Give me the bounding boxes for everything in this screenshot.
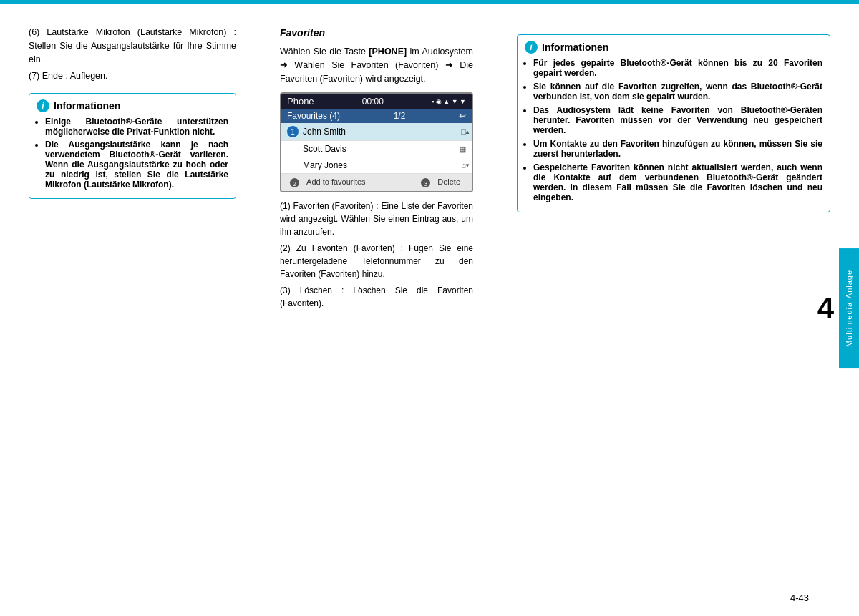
delete-area: 3 Delete	[418, 176, 466, 189]
chapter-number: 4	[817, 293, 834, 323]
item-6: (6) Lautstärke Mikrofon (Lautstärke Mikr…	[29, 26, 236, 66]
item-7: (7) Ende : Auflegen.	[29, 69, 236, 83]
phone-favourites-label: Favourites (4)	[287, 111, 340, 121]
phone-status-icons: ▪ ◉ ▲ ▼ ▼	[432, 98, 466, 105]
phone-row-header: Favourites (4) 1/2 ↩	[281, 109, 472, 123]
phone-row-mary-jones[interactable]: Mary Jones ⌂ ▼	[281, 157, 472, 174]
phone-footer: 2 Add to favourites 3 Delete	[281, 174, 472, 191]
side-tab: Multimedia-Anlage	[839, 248, 859, 368]
divider-mid-right	[495, 26, 495, 602]
left-info-box-header: i Informationen	[37, 99, 228, 112]
right-info-item-2: Sie können auf die Favoriten zugreifen, …	[533, 82, 822, 102]
scott-davis-icon: ▦	[459, 145, 466, 154]
left-info-box: i Informationen Einige Bluetooth®-Geräte…	[29, 93, 236, 199]
add-to-favourites-area: 2 Add to favourites	[287, 176, 372, 189]
phone-time: 00:00	[362, 97, 384, 107]
right-column: i Informationen Für jedes gepairte Bluet…	[503, 26, 830, 602]
right-info-item-1: Für jedes gepairte Bluetooth®-Gerät könn…	[533, 58, 822, 78]
right-info-item-4: Um Kontakte zu den Favoriten hinzufügen …	[533, 139, 822, 159]
left-info-box-title: Informationen	[54, 100, 120, 112]
delete-label: Delete	[435, 176, 463, 187]
desc-1: (1) Favoriten (Favoriten) : Eine Liste d…	[280, 200, 473, 238]
desc-2: (2) Zu Favoriten (Favoriten) : Fügen Sie…	[280, 242, 473, 280]
left-info-item-2: Die Ausgangslautstärke kann je nach verw…	[45, 140, 228, 190]
phone-page-indicator: 1/2	[394, 111, 406, 121]
annot-2: 2	[290, 178, 299, 187]
right-info-box-header: i Informationen	[525, 41, 822, 54]
left-info-item-2-text: Die Ausgangslautstärke kann je nach verw…	[45, 140, 228, 190]
right-info-item-3: Das Audiosystem lädt keine Favoriten von…	[533, 105, 822, 135]
phone-title: Phone	[287, 96, 314, 107]
john-smith-name: John Smith	[303, 127, 461, 137]
right-info-box-title: Informationen	[542, 41, 608, 53]
mary-jones-name: Mary Jones	[303, 160, 461, 170]
phone-header: Phone 00:00 ▪ ◉ ▲ ▼ ▼	[281, 94, 472, 109]
phone-ui-mockup: Phone 00:00 ▪ ◉ ▲ ▼ ▼ Favourites (4) 1/2…	[280, 92, 473, 192]
add-to-favourites-label: Add to favourites	[304, 176, 369, 187]
right-info-item-5: Gespeicherte Favoriten können nicht aktu…	[533, 162, 822, 202]
john-smith-badge: 1	[287, 126, 299, 137]
phone-row-scott-davis[interactable]: Scott Davis ▦	[281, 141, 472, 157]
divider-left-mid	[258, 26, 258, 602]
phone-back-icon: ↩	[459, 111, 466, 121]
john-smith-icon: □	[461, 127, 466, 136]
desc-3: (3) Löschen : Löschen Sie die Favoriten …	[280, 284, 473, 310]
mary-jones-icon: ⌂	[461, 161, 466, 170]
page-number: 4-43	[790, 592, 809, 603]
left-column: (6) Lautstärke Mikrofon (Lautstärke Mikr…	[29, 26, 251, 602]
phone-row-john-smith[interactable]: 1 John Smith □ ▲	[281, 123, 472, 141]
left-info-item-1-text: Einige Bluetooth®-Geräte unterstützen mö…	[45, 117, 228, 137]
mid-column: Favoriten Wählen Sie die Taste [PHONE] i…	[266, 26, 487, 602]
info-icon-left: i	[37, 99, 49, 112]
section-title-favoriten: Favoriten	[280, 26, 473, 41]
annot-3: 3	[421, 178, 430, 187]
left-info-item-1: Einige Bluetooth®-Geräte unterstützen mö…	[45, 117, 228, 137]
side-tab-label: Multimedia-Anlage	[845, 269, 853, 346]
right-info-box: i Informationen Für jedes gepairte Bluet…	[517, 34, 830, 212]
scott-davis-name: Scott Davis	[303, 144, 459, 154]
info-icon-right: i	[525, 41, 538, 54]
favoriten-intro: Wählen Sie die Taste [PHONE] im Audiosys…	[280, 45, 473, 85]
left-info-list: Einige Bluetooth®-Geräte unterstützen mö…	[37, 117, 228, 190]
right-info-list: Für jedes gepairte Bluetooth®-Gerät könn…	[525, 58, 822, 202]
